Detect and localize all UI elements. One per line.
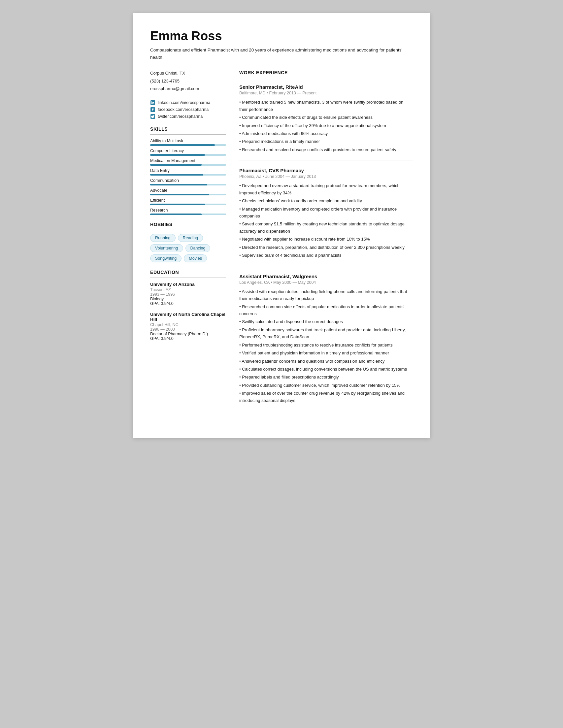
work-title: WORK EXPERIENCE bbox=[239, 70, 413, 75]
skill-bar-fill bbox=[150, 184, 207, 185]
skill-label: Advocate bbox=[150, 188, 226, 193]
job-block: Pharmacist, CVS Pharmacy Phoenix, AZ • J… bbox=[239, 168, 413, 266]
header-section: Emma Ross Compassionate and efficient Ph… bbox=[150, 29, 413, 61]
job-bullet: • Verified patient and physician informa… bbox=[239, 349, 413, 356]
skill-item: Research bbox=[150, 208, 226, 215]
education-item: University of Arizona Tucson, AZ 1993 — … bbox=[150, 282, 226, 306]
job-bullet: • Supervised team of 4 technicians and 8… bbox=[239, 252, 413, 259]
job-bullet: • Saved company $1.5 million by creating… bbox=[239, 220, 413, 235]
job-bullet: • Provided outstanding customer service,… bbox=[239, 382, 413, 389]
job-title: Pharmacist, CVS Pharmacy bbox=[239, 168, 413, 173]
skill-item: Communication bbox=[150, 178, 226, 185]
job-bullet: • Developed and oversaw a standard train… bbox=[239, 182, 413, 196]
right-column: WORK EXPERIENCE Senior Pharmacist, RiteA… bbox=[239, 70, 413, 418]
job-bullets: • Assisted with reception duties, includ… bbox=[239, 288, 413, 404]
skills-list: Ability to Multitask Computer Literacy M… bbox=[150, 139, 226, 215]
skill-bar-fill bbox=[150, 214, 202, 215]
education-title: EDUCATION bbox=[150, 270, 226, 275]
twitter-label: twitter.com/erosspharma bbox=[158, 114, 203, 119]
job-meta: Los Angeles, CA • May 2000 — May 2004 bbox=[239, 280, 413, 285]
job-bullet: • Administered medications with 96% accu… bbox=[239, 130, 413, 137]
job-bullet: • Communicated the side effects of drugs… bbox=[239, 114, 413, 121]
skill-label: Research bbox=[150, 208, 226, 213]
edu-degree: Doctor of Pharmacy (Pharm.D.) bbox=[150, 332, 226, 336]
hobby-tag: Movies bbox=[184, 254, 207, 262]
skill-bar-background bbox=[150, 184, 226, 185]
contact-phone: (523) 123-4765 bbox=[150, 78, 226, 84]
skill-label: Computer Literacy bbox=[150, 149, 226, 153]
skill-bar-fill bbox=[150, 154, 205, 156]
job-bullet: • Calculates correct dosages, including … bbox=[239, 366, 413, 373]
edu-dates: 1996 — 2000 bbox=[150, 327, 226, 332]
skill-label: Data Entry bbox=[150, 168, 226, 173]
hobbies-title: HOBBIES bbox=[150, 222, 226, 227]
social-block: linkedin.com/in/erosspharma facebook.com… bbox=[150, 100, 226, 119]
edu-school: University of Arizona bbox=[150, 282, 226, 287]
job-block: Assistant Pharmacist, Walgreens Los Ange… bbox=[239, 274, 413, 411]
education-list: University of Arizona Tucson, AZ 1993 — … bbox=[150, 282, 226, 341]
job-bullets: • Mentored and trained 5 new pharmacists… bbox=[239, 99, 413, 153]
skill-item: Data Entry bbox=[150, 168, 226, 176]
education-item: University of North Carolina Chapel Hill… bbox=[150, 312, 226, 341]
resume-page: Emma Ross Compassionate and efficient Ph… bbox=[133, 13, 430, 438]
skill-bar-fill bbox=[150, 194, 209, 195]
skill-bar-fill bbox=[150, 204, 205, 205]
job-bullet: • Checks technicians' work to verify ord… bbox=[239, 197, 413, 204]
edu-location: Chapel Hill, NC bbox=[150, 322, 226, 327]
hobby-tag: Songwriting bbox=[150, 254, 182, 262]
social-linkedin: linkedin.com/in/erosspharma bbox=[150, 100, 226, 105]
skill-bar-background bbox=[150, 154, 226, 156]
candidate-name: Emma Ross bbox=[150, 29, 413, 43]
facebook-label: facebook.com/erosspharma bbox=[158, 107, 209, 112]
job-bullet: • Researched and resolved dosage conflic… bbox=[239, 146, 413, 153]
skill-label: Medication Management bbox=[150, 158, 226, 163]
linkedin-icon bbox=[150, 100, 155, 105]
skill-label: Communication bbox=[150, 178, 226, 183]
hobby-tag: Running bbox=[150, 234, 176, 242]
job-bullet: • Performed troubleshooting assistance t… bbox=[239, 342, 413, 348]
skill-bar-background bbox=[150, 204, 226, 205]
skills-divider bbox=[150, 134, 226, 135]
hobbies-section: HOBBIES RunningReadingVolunteeringDancin… bbox=[150, 222, 226, 262]
skill-bar-background bbox=[150, 174, 226, 176]
skill-bar-fill bbox=[150, 164, 202, 166]
edu-dates: 1993 — 1996 bbox=[150, 292, 226, 297]
skills-section: SKILLS Ability to Multitask Computer Lit… bbox=[150, 126, 226, 215]
skill-item: Advocate bbox=[150, 188, 226, 195]
job-title: Assistant Pharmacist, Walgreens bbox=[239, 274, 413, 279]
job-block: Senior Pharmacist, RiteAid Baltimore, MD… bbox=[239, 84, 413, 160]
skill-item: Computer Literacy bbox=[150, 149, 226, 156]
facebook-icon bbox=[150, 107, 155, 112]
skill-bar-background bbox=[150, 214, 226, 215]
job-bullet: • Negotiated with supplier to increase d… bbox=[239, 236, 413, 243]
hobbies-divider bbox=[150, 230, 226, 230]
hobby-tag: Volunteering bbox=[150, 244, 183, 252]
left-column: Corpus Christi, TX (523) 123-4765 erossp… bbox=[150, 70, 226, 418]
education-divider bbox=[150, 278, 226, 278]
twitter-icon bbox=[150, 114, 155, 119]
edu-school: University of North Carolina Chapel Hill bbox=[150, 312, 226, 322]
edu-degree: Biology bbox=[150, 297, 226, 301]
job-title: Senior Pharmacist, RiteAid bbox=[239, 84, 413, 90]
contact-email: erosspharma@gmail.com bbox=[150, 85, 226, 92]
skill-item: Medication Management bbox=[150, 158, 226, 166]
job-bullet: • Prepared labels and filled prescriptio… bbox=[239, 374, 413, 381]
skills-title: SKILLS bbox=[150, 126, 226, 132]
skill-item: Efficient bbox=[150, 198, 226, 205]
skill-label: Ability to Multitask bbox=[150, 139, 226, 143]
edu-gpa: GPA: 3.9/4.0 bbox=[150, 336, 226, 341]
hobby-tag: Reading bbox=[178, 234, 203, 242]
social-twitter: twitter.com/erosspharma bbox=[150, 114, 226, 119]
work-divider bbox=[239, 78, 413, 78]
hobby-tag: Dancing bbox=[185, 244, 211, 252]
edu-gpa: GPA: 3.9/4.0 bbox=[150, 301, 226, 306]
skill-bar-fill bbox=[150, 174, 203, 176]
job-bullet: • Improved sales of over the counter dru… bbox=[239, 390, 413, 404]
skill-bar-fill bbox=[150, 144, 215, 146]
job-bullet: • Answered patients' concerns and questi… bbox=[239, 358, 413, 365]
job-bullet: • Researched common side effects of popu… bbox=[239, 303, 413, 317]
skill-bar-background bbox=[150, 144, 226, 146]
skill-bar-background bbox=[150, 194, 226, 195]
social-facebook: facebook.com/erosspharma bbox=[150, 107, 226, 112]
jobs-list: Senior Pharmacist, RiteAid Baltimore, MD… bbox=[239, 84, 413, 411]
